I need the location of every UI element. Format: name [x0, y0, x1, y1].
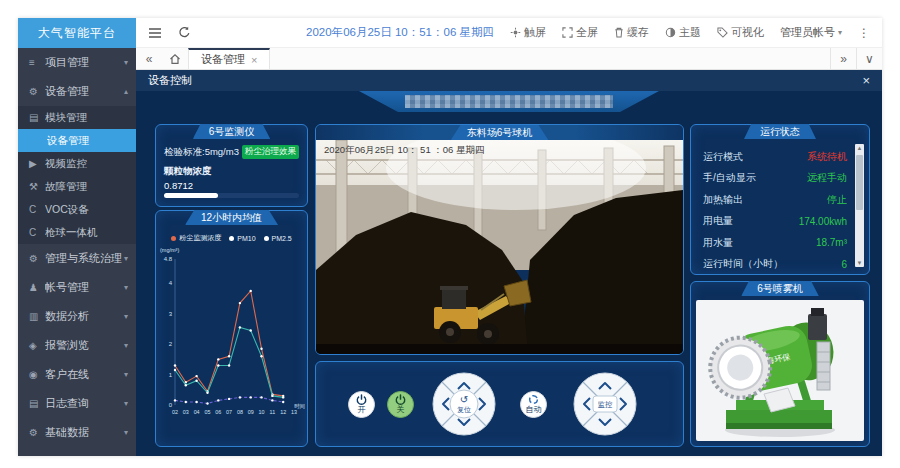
svg-text:02: 02: [172, 409, 178, 415]
sidebar-item-customer-online[interactable]: ◉ 客户在线 ▾: [18, 360, 136, 389]
scrollbar-thumb[interactable]: [856, 155, 863, 210]
tab-device-mgmt[interactable]: 设备管理 ×: [188, 48, 270, 69]
tabs-forward-icon[interactable]: »: [830, 48, 856, 69]
chevron-down-icon: ▾: [838, 28, 842, 37]
fullscreen-button[interactable]: 全屏: [562, 25, 598, 40]
legend-dot: [229, 236, 234, 241]
tab-bar: « 设备管理 × » ∨: [136, 48, 882, 70]
sidebar-item-label: 模块管理: [45, 111, 128, 125]
status-value: 停止: [827, 193, 847, 207]
sidebar-item-gun-ball-camera[interactable]: C 枪球一体机: [18, 221, 136, 244]
sidebar-submenu: ▤ 模块管理 设备管理 ▶ 视频监控 ⚒ 故障管理 C VOC设备 C 枪球一体…: [18, 106, 136, 244]
page: 大气智能平台 ≡ 项目管理 ▾ ⚙ 设备管理 ▴ ▤ 模块管理 设备管理 ▶ 视…: [0, 0, 900, 468]
svg-text:2: 2: [169, 341, 173, 347]
sidebar-item-label: 帐号管理: [45, 280, 124, 295]
sidebar-item-alarm-browse[interactable]: ◈ 报警浏览 ▾: [18, 331, 136, 360]
power-off-button[interactable]: 关: [387, 391, 414, 418]
touch-screen-label: 触屏: [524, 25, 546, 40]
power-icon: [356, 394, 367, 405]
more-menu-icon[interactable]: ⋮: [858, 26, 870, 40]
status-label: 运行时间（小时）: [703, 257, 783, 271]
sidebar-item-device-mgmt-selected[interactable]: 设备管理: [18, 129, 136, 152]
chevron-down-icon: ▾: [124, 399, 128, 408]
camera-icon: C: [29, 227, 45, 238]
sidebar-item-label: 视频监控: [45, 157, 128, 171]
play-icon: ▶: [29, 158, 45, 169]
legend-item: 粉尘监测浓度: [171, 233, 221, 243]
svg-text:09: 09: [248, 409, 254, 415]
chevron-down-icon: ▾: [124, 370, 128, 379]
video-feed[interactable]: 2020年06月25日 10： 51 ：06 星期四: [316, 140, 683, 354]
video-panel: 东料场6号球机: [315, 124, 684, 355]
touch-screen-button[interactable]: 触屏: [510, 25, 546, 40]
tab-label: 设备管理: [201, 52, 245, 67]
status-row: 运行模式 系统待机: [703, 146, 847, 168]
sidebar-item-project-mgmt[interactable]: ≡ 项目管理 ▾: [18, 48, 136, 77]
sidebar-item-video-monitor[interactable]: ▶ 视频监控: [18, 152, 136, 175]
sidebar-item-account-mgmt[interactable]: ♟ 帐号管理 ▾: [18, 273, 136, 302]
status-label: 用电量: [703, 214, 733, 228]
refresh-icon[interactable]: [178, 26, 191, 39]
sidebar-item-label: 管理与系统治理: [45, 251, 124, 266]
monitor-button[interactable]: 监控: [591, 390, 619, 418]
account-menu[interactable]: 管理员帐号 ▾: [780, 25, 842, 40]
status-label: 手/自动显示: [703, 171, 756, 185]
chevron-down-icon: ▾: [124, 254, 128, 263]
metric-value: 0.8712: [156, 178, 307, 191]
home-icon[interactable]: [162, 48, 188, 69]
status-label: 运行模式: [703, 150, 743, 164]
visualization-button[interactable]: 可视化: [717, 25, 764, 40]
status-rows: 运行模式 系统待机 手/自动显示 远程手动 加热输出 停止 用电量 174.00…: [691, 125, 869, 275]
sidebar-item-system-governance[interactable]: ⚙ 管理与系统治理 ▾: [18, 244, 136, 273]
chevron-down-icon: ▾: [124, 428, 128, 437]
status-label: 用水量: [703, 236, 733, 250]
legend-item: PM10: [229, 233, 255, 243]
status-panel: 运行状态 运行模式 系统待机 手/自动显示 远程手动 加热输出 停止: [690, 124, 870, 275]
cache-button[interactable]: 缓存: [614, 25, 649, 40]
scroll-up-icon[interactable]: ▲: [855, 144, 864, 152]
theme-button[interactable]: 主题: [665, 25, 701, 40]
tab-close-icon[interactable]: ×: [251, 54, 257, 66]
dust-treatment-badge: 粉尘治理效果: [242, 145, 299, 159]
app-logo-title: 大气智能平台: [18, 18, 136, 48]
tabs-collapse-icon[interactable]: ∨: [856, 48, 882, 69]
svg-text:3: 3: [169, 311, 173, 317]
sidebar-item-fault-mgmt[interactable]: ⚒ 故障管理: [18, 175, 136, 198]
close-icon[interactable]: ×: [862, 73, 870, 88]
sidebar-item-voc-device[interactable]: C VOC设备: [18, 198, 136, 221]
legend-label: PM2.5: [272, 235, 292, 242]
sidebar: 大气智能平台 ≡ 项目管理 ▾ ⚙ 设备管理 ▴ ▤ 模块管理 设备管理 ▶ 视…: [18, 18, 136, 456]
document-icon: ▤: [29, 398, 45, 409]
tabs-back-icon[interactable]: «: [136, 48, 162, 69]
status-row: 用电量 174.00kwh: [703, 211, 847, 233]
alert-icon: ◈: [29, 340, 45, 351]
status-value: 18.7m³: [816, 237, 847, 248]
legend-label: PM10: [237, 235, 255, 242]
auto-button[interactable]: 自动: [520, 391, 547, 418]
progress-track: [164, 193, 299, 198]
sidebar-item-basic-data[interactable]: ⚙ 基础数据 ▾: [18, 418, 136, 447]
sidebar-item-data-analysis[interactable]: ▥ 数据分析 ▾: [18, 302, 136, 331]
cache-label: 缓存: [627, 25, 649, 40]
sidebar-toggle-icon[interactable]: [148, 27, 162, 39]
video-timestamp-overlay: 2020年06月25日 10： 51 ：06 星期四: [324, 144, 485, 157]
monitor-panel-title: 6号监测仪: [193, 124, 271, 139]
sidebar-item-module-mgmt[interactable]: ▤ 模块管理: [18, 106, 136, 129]
video-panel-title: 东料场6号球机: [451, 125, 549, 140]
scroll-down-icon[interactable]: ▼: [855, 259, 864, 267]
spray-machine-photo: 蓝海环保: [696, 300, 864, 441]
reset-button[interactable]: ↺ 复位: [450, 390, 478, 418]
sidebar-item-label: 报警浏览: [45, 338, 124, 353]
censored-text: [405, 95, 613, 108]
sidebar-item-label: 枪球一体机: [45, 226, 128, 240]
scrollbar[interactable]: ▲ ▼: [855, 144, 864, 267]
gear-icon: ⚙: [29, 86, 45, 97]
power-on-button[interactable]: 开: [348, 391, 375, 418]
svg-text:13: 13: [291, 409, 297, 415]
ptz-dpad-reset: ↺ 复位: [432, 372, 496, 436]
svg-text:05: 05: [204, 409, 210, 415]
sidebar-item-device-mgmt[interactable]: ⚙ 设备管理 ▴: [18, 77, 136, 106]
chart-panel-title: 12小时内均值: [185, 210, 278, 225]
sidebar-item-log-query[interactable]: ▤ 日志查询 ▾: [18, 389, 136, 418]
spray-panel: 6号喷雾机 蓝海环保: [690, 281, 870, 447]
